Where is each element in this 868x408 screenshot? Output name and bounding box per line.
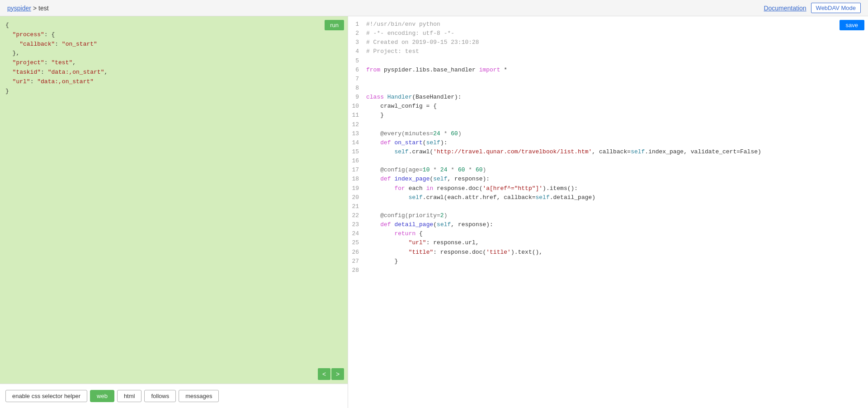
code-line: 24 return { — [348, 229, 868, 238]
nav-next-button[interactable]: > — [331, 368, 344, 380]
code-line: 19 for each in response.doc('a[href^="ht… — [348, 184, 868, 193]
code-line: 15 self.crawl('http://travel.qunar.com/t… — [348, 147, 868, 157]
nav-prev-button[interactable]: < — [318, 368, 330, 380]
code-line: 16 — [348, 157, 868, 166]
topbar-actions: Documentation WebDAV Mode — [764, 3, 861, 13]
code-line: 13 @every(minutes=24 * 60) — [348, 129, 868, 138]
left-panel: run { "process": { "callback": "on_start… — [0, 16, 348, 408]
main-content: run { "process": { "callback": "on_start… — [0, 16, 868, 408]
code-line: 12 — [348, 120, 868, 129]
code-line: 18 def index_page(self, response): — [348, 175, 868, 184]
json-area: run { "process": { "callback": "on_start… — [0, 16, 348, 384]
save-button[interactable]: save — [840, 20, 864, 30]
bottom-tab-bar: enable css selector helper web html foll… — [0, 384, 348, 408]
tab-web[interactable]: web — [90, 390, 114, 402]
code-line: 8 — [348, 84, 868, 93]
code-line: 11 } — [348, 111, 868, 120]
code-line: 7 — [348, 75, 868, 84]
tab-enable-css-selector-helper[interactable]: enable css selector helper — [5, 390, 87, 402]
project-name: test — [38, 5, 49, 12]
breadcrumb: pyspider > test — [7, 5, 49, 12]
code-line: 27 } — [348, 257, 868, 266]
code-line: 21 — [348, 202, 868, 211]
code-line: 1 #!/usr/bin/env python — [348, 20, 868, 29]
breadcrumb-separator: > — [33, 5, 37, 12]
code-line: 10 crawl_config = { — [348, 102, 868, 111]
right-panel: save 1 #!/usr/bin/env python 2 # -*- enc… — [348, 16, 868, 408]
webdav-mode-button[interactable]: WebDAV Mode — [811, 3, 861, 13]
code-line: 22 @config(priority=2) — [348, 211, 868, 220]
topbar: pyspider > test Documentation WebDAV Mod… — [0, 0, 868, 16]
tab-html[interactable]: html — [117, 390, 142, 402]
tab-messages[interactable]: messages — [179, 390, 219, 402]
code-editor[interactable]: 1 #!/usr/bin/env python 2 # -*- encoding… — [348, 16, 868, 408]
code-line: 28 — [348, 266, 868, 275]
code-line: 20 self.crawl(each.attr.href, callback=s… — [348, 193, 868, 202]
run-button[interactable]: run — [325, 20, 344, 30]
json-navigation: < > — [318, 368, 344, 380]
code-line: 14 def on_start(self): — [348, 138, 868, 147]
pyspider-link[interactable]: pyspider — [7, 5, 31, 12]
code-line: 6 from pyspider.libs.base_handler import… — [348, 66, 868, 75]
documentation-link[interactable]: Documentation — [764, 5, 806, 12]
code-line: 5 — [348, 57, 868, 66]
tab-follows[interactable]: follows — [144, 390, 176, 402]
json-content: { "process": { "callback": "on_start" },… — [5, 21, 342, 96]
code-line: 9 class Handler(BaseHandler): — [348, 93, 868, 102]
code-line: 25 "url": response.url, — [348, 238, 868, 247]
code-line: 26 "title": response.doc('title').text()… — [348, 248, 868, 257]
code-line: 2 # -*- encoding: utf-8 -*- — [348, 29, 868, 38]
code-line: 3 # Created on 2019-09-15 23:10:28 — [348, 38, 868, 47]
code-line: 23 def detail_page(self, response): — [348, 220, 868, 229]
code-line: 4 # Project: test — [348, 47, 868, 56]
code-line: 17 @config(age=10 * 24 * 60 * 60) — [348, 166, 868, 175]
